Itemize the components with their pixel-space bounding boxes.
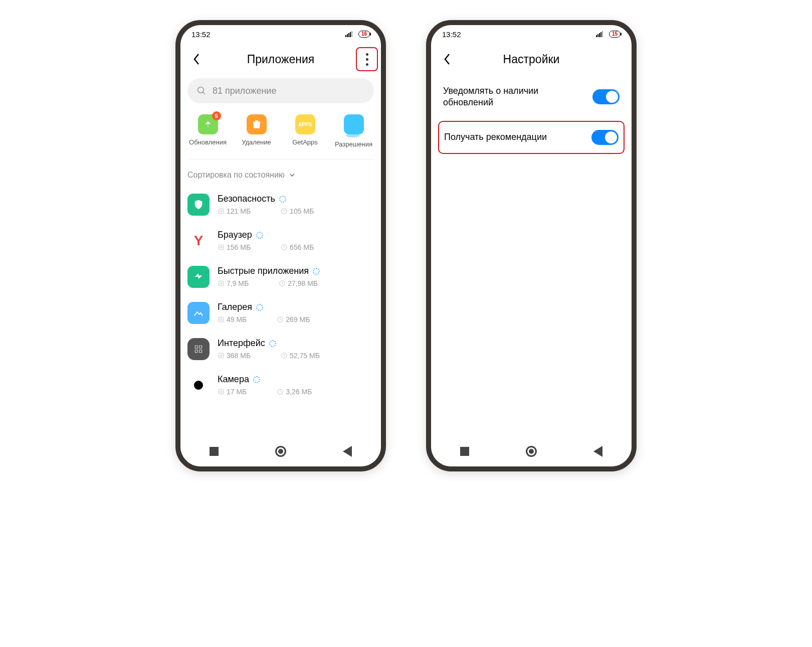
svg-rect-2 xyxy=(219,209,223,213)
nav-home-button[interactable] xyxy=(275,445,287,457)
search-icon xyxy=(196,86,207,96)
svg-point-6 xyxy=(220,246,222,248)
svg-point-12 xyxy=(220,318,222,320)
shortcut-updates[interactable]: 5 Обновления xyxy=(185,114,231,148)
sort-dropdown[interactable]: Сортировка по состоянию xyxy=(180,159,381,187)
more-vertical-icon xyxy=(366,53,368,66)
app-time: 52,75 МБ xyxy=(281,352,320,360)
svg-rect-16 xyxy=(195,350,197,353)
trash-icon xyxy=(247,114,267,134)
app-name: Галерея xyxy=(218,302,252,312)
shortcut-label: Разрешения xyxy=(335,140,372,148)
loading-icon xyxy=(256,304,263,311)
nav-recent-button[interactable] xyxy=(208,445,220,457)
shortcut-label: Обновления xyxy=(189,138,227,146)
app-name: Камера xyxy=(218,374,249,385)
toggle-on-icon[interactable] xyxy=(592,89,620,104)
svg-rect-8 xyxy=(219,281,223,285)
setting-label: Уведомлять о наличии обновлений xyxy=(443,85,573,109)
battery-icon: 16 xyxy=(358,31,370,38)
app-list: Безопасность 121 МБ 105 МБ Y Браузер 156… xyxy=(180,187,381,403)
status-time: 13:52 xyxy=(442,30,461,39)
volume-button[interactable] xyxy=(636,176,637,236)
page-title: Настройки xyxy=(438,53,625,66)
more-options-button[interactable] xyxy=(356,47,378,71)
loading-icon xyxy=(313,268,320,275)
loading-icon xyxy=(279,196,286,203)
app-storage: 17 МБ xyxy=(218,388,247,396)
app-storage: 368 МБ xyxy=(218,352,251,360)
svg-point-0 xyxy=(198,87,204,93)
svg-rect-17 xyxy=(199,350,202,353)
loading-icon xyxy=(269,340,276,347)
interface-icon xyxy=(187,338,210,360)
phone-left: 13:52 16 Приложения 81 приложение xyxy=(175,20,386,471)
setting-label: Получать рекомендации xyxy=(444,131,547,143)
search-input[interactable]: 81 приложение xyxy=(187,78,374,103)
loading-icon xyxy=(253,376,260,383)
shortcut-permissions[interactable]: Разрешения xyxy=(331,114,376,148)
app-item-gallery[interactable]: Галерея 49 МБ 269 МБ xyxy=(187,295,374,331)
volume-button[interactable] xyxy=(385,176,386,236)
svg-rect-11 xyxy=(219,317,223,321)
nav-back-button[interactable] xyxy=(592,445,604,457)
svg-line-1 xyxy=(203,92,205,94)
svg-rect-21 xyxy=(219,389,223,394)
signal-icon xyxy=(596,31,603,37)
app-item-camera[interactable]: Камера 17 МБ 3,26 МБ xyxy=(187,367,374,403)
sort-label: Сортировка по состоянию xyxy=(187,171,285,180)
nav-back-button[interactable] xyxy=(341,445,353,457)
shortcut-label: Удаление xyxy=(242,138,271,146)
battery-icon: 15 xyxy=(609,31,621,38)
shortcut-getapps[interactable]: APPS GetApps xyxy=(283,114,328,148)
nav-home-button[interactable] xyxy=(525,445,537,457)
chevron-down-icon xyxy=(289,172,296,179)
nav-bar xyxy=(180,436,381,466)
shortcut-label: GetApps xyxy=(292,138,318,146)
camera-icon xyxy=(187,374,210,396)
svg-rect-15 xyxy=(199,346,202,348)
app-name: Безопасность xyxy=(218,194,275,204)
svg-point-22 xyxy=(220,391,222,393)
power-button[interactable] xyxy=(636,246,637,276)
app-name: Интерфейс xyxy=(218,338,265,349)
page-title: Приложения xyxy=(187,53,374,66)
setting-notify-updates[interactable]: Уведомлять о наличии обновлений xyxy=(431,75,632,119)
svg-rect-14 xyxy=(195,346,197,348)
app-time: 3,26 МБ xyxy=(277,388,312,396)
status-time: 13:52 xyxy=(191,30,211,39)
permissions-icon xyxy=(344,114,364,134)
loading-icon xyxy=(256,232,263,239)
status-bar: 13:52 15 xyxy=(431,25,632,43)
app-storage: 7,9 МБ xyxy=(218,279,249,287)
nav-bar xyxy=(431,436,632,466)
status-bar: 13:52 16 xyxy=(180,25,381,43)
app-storage: 49 МБ xyxy=(218,315,247,324)
app-time: 105 МБ xyxy=(281,207,314,215)
setting-recommendations[interactable]: Получать рекомендации xyxy=(438,121,625,154)
app-item-security[interactable]: Безопасность 121 МБ 105 МБ xyxy=(187,187,374,223)
signal-icon xyxy=(345,31,352,37)
shortcut-delete[interactable]: Удаление xyxy=(234,114,279,148)
shield-icon xyxy=(187,194,210,216)
app-time: 269 МБ xyxy=(277,315,310,324)
gallery-icon xyxy=(187,302,210,324)
nav-recent-button[interactable] xyxy=(459,445,471,457)
phone-right: 13:52 15 Настройки Уведомлять о наличии … xyxy=(426,20,637,471)
browser-icon: Y xyxy=(187,230,210,252)
app-time: 656 МБ xyxy=(281,243,314,251)
app-item-interface[interactable]: Интерфейс 368 МБ 52,75 МБ xyxy=(187,331,374,367)
app-time: 27,98 МБ xyxy=(279,279,318,287)
toggle-on-icon[interactable] xyxy=(591,130,619,145)
title-bar: Настройки xyxy=(431,43,632,75)
power-button[interactable] xyxy=(385,246,386,276)
app-name: Быстрые приложения xyxy=(218,266,309,276)
app-item-browser[interactable]: Y Браузер 156 МБ 656 МБ xyxy=(187,223,374,259)
getapps-icon: APPS xyxy=(295,114,315,134)
app-item-quickapps[interactable]: Быстрые приложения 7,9 МБ 27,98 МБ xyxy=(187,259,374,295)
update-badge: 5 xyxy=(212,111,221,120)
update-icon: 5 xyxy=(198,114,218,134)
svg-rect-18 xyxy=(219,353,223,358)
quickapps-icon xyxy=(187,266,210,288)
svg-point-9 xyxy=(220,282,222,284)
